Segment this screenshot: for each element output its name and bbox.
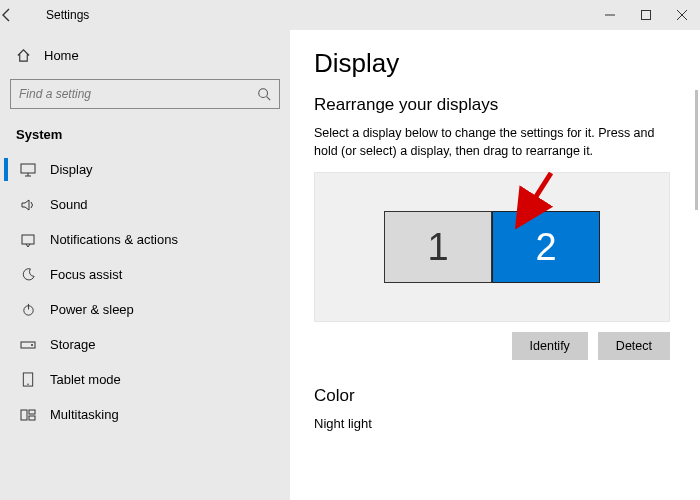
rearrange-title: Rearrange your displays [314, 95, 670, 115]
monitor-1[interactable]: 1 [384, 211, 492, 283]
minimize-button[interactable] [592, 0, 628, 30]
scrollbar[interactable] [695, 90, 698, 210]
svg-point-13 [31, 344, 33, 346]
sidebar-item-label: Notifications & actions [50, 232, 178, 247]
sidebar-item-label: Tablet mode [50, 372, 121, 387]
search-input[interactable] [19, 87, 257, 101]
sidebar-item-label: Storage [50, 337, 96, 352]
section-label: System [4, 123, 286, 152]
detect-button[interactable]: Detect [598, 332, 670, 360]
svg-rect-9 [22, 235, 34, 244]
monitor-icon [20, 163, 36, 177]
night-light-label: Night light [314, 416, 670, 431]
page-title: Display [314, 48, 670, 79]
search-icon [257, 87, 271, 101]
svg-rect-6 [21, 164, 35, 173]
main-content: Display Rearrange your displays Select a… [290, 30, 700, 500]
home-label: Home [44, 48, 79, 63]
close-button[interactable] [664, 0, 700, 30]
sidebar-item-tablet[interactable]: Tablet mode [4, 362, 286, 397]
power-icon [20, 302, 36, 317]
notifications-icon [20, 233, 36, 247]
svg-rect-18 [29, 416, 35, 420]
annotation-arrow [509, 169, 559, 229]
rearrange-description: Select a display below to change the set… [314, 125, 670, 160]
sidebar: Home System Display Sound Notifications … [0, 30, 290, 500]
sidebar-item-label: Power & sleep [50, 302, 134, 317]
svg-rect-17 [29, 410, 35, 414]
identify-button[interactable]: Identify [512, 332, 588, 360]
sidebar-item-label: Display [50, 162, 93, 177]
sidebar-item-storage[interactable]: Storage [4, 327, 286, 362]
sidebar-item-notifications[interactable]: Notifications & actions [4, 222, 286, 257]
svg-point-15 [27, 383, 29, 385]
title-bar: Settings [0, 0, 700, 30]
sidebar-item-label: Sound [50, 197, 88, 212]
sidebar-item-label: Focus assist [50, 267, 122, 282]
sidebar-item-sound[interactable]: Sound [4, 187, 286, 222]
moon-icon [20, 267, 36, 282]
home-nav[interactable]: Home [4, 42, 286, 69]
svg-rect-1 [642, 11, 651, 20]
svg-rect-16 [21, 410, 27, 420]
maximize-button[interactable] [628, 0, 664, 30]
sidebar-item-focus[interactable]: Focus assist [4, 257, 286, 292]
tablet-icon [20, 372, 36, 387]
sidebar-item-label: Multitasking [50, 407, 119, 422]
sidebar-item-power[interactable]: Power & sleep [4, 292, 286, 327]
color-section-title: Color [314, 386, 670, 406]
display-arrangement-area[interactable]: 1 2 [314, 172, 670, 322]
sound-icon [20, 198, 36, 212]
sidebar-item-multitasking[interactable]: Multitasking [4, 397, 286, 432]
display-buttons: Identify Detect [314, 332, 670, 360]
home-icon [16, 48, 32, 63]
search-box[interactable] [10, 79, 280, 109]
window-title: Settings [40, 8, 89, 22]
multitasking-icon [20, 409, 36, 421]
back-button[interactable] [0, 8, 40, 22]
sidebar-item-display[interactable]: Display [4, 152, 286, 187]
svg-line-5 [267, 97, 271, 101]
storage-icon [20, 339, 36, 351]
svg-point-4 [259, 89, 268, 98]
